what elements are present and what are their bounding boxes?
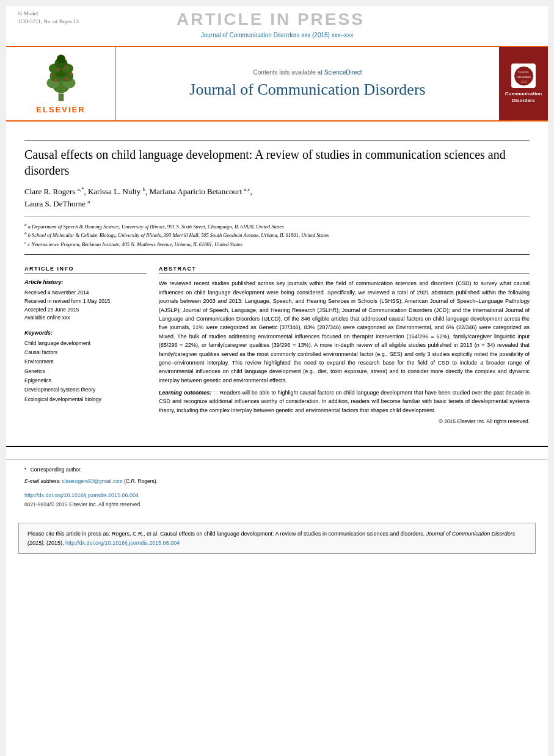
svg-point-15 [57, 68, 59, 71]
elsevier-label: ELSEVIER [36, 105, 85, 114]
citation-prefix: Please cite this article in press as: Ro… [27, 531, 426, 537]
corresponding-note: * Corresponding author. [24, 466, 530, 474]
affiliation-c: c c Neuroscience Program, Beckman Instit… [24, 239, 530, 249]
abstract-body: We reviewed recent studies published acr… [159, 279, 530, 385]
article-content: Causal effects on child language develop… [6, 122, 548, 437]
doi-link[interactable]: http://dx.doi.org/10.1016/j.jcomdis.2015… [24, 492, 139, 498]
abstract-heading: ABSTRACT [159, 266, 530, 274]
journal-citation-line: Journal of Communication Disorders xxx (… [6, 29, 548, 41]
keyword-1: Child language development [24, 339, 147, 348]
journal-logo-right: Comm. Disorders JCD Communication Disord… [499, 47, 548, 120]
article-info-heading: ARTICLE INFO [24, 266, 147, 274]
issn-line: 0021-9924/© 2015 Elsevier Inc. All right… [24, 501, 530, 507]
abstract-paragraph1: We reviewed recent studies published acr… [159, 279, 530, 415]
bottom-section: * Corresponding author. E-mail address: … [6, 459, 548, 517]
bottom-divider [6, 446, 548, 447]
svg-point-12 [65, 78, 67, 80]
journal-title-main: Journal of Communication Disorders [189, 81, 425, 99]
citation-doi-link[interactable]: http://dx.doi.org/10.1016/j.jcomdis.2015… [65, 540, 180, 546]
svg-point-13 [50, 74, 53, 76]
journal-header: ELSEVIER Contents lists available at Sci… [6, 46, 548, 122]
revised-date: Received in revised form 1 May 2015 [24, 297, 147, 306]
content-divider [24, 254, 530, 255]
journal-title-section: Contents lists available at ScienceDirec… [116, 47, 499, 120]
article-in-press-banner: ARTICLE IN PRESS [79, 10, 462, 29]
email-address[interactable]: clarerogers93@gmail.com [62, 478, 122, 484]
citation-year: (2015), [46, 540, 64, 546]
star-symbol: * [24, 466, 26, 474]
page: G Model JCD-5711; No. of Pages 13 ARTICL… [6, 6, 548, 756]
right-column: ABSTRACT We reviewed recent studies publ… [159, 266, 530, 424]
elsevier-logo-section: ELSEVIER [6, 47, 116, 120]
email-suffix: (C.R. Rogers). [124, 478, 158, 484]
corresponding-label: Corresponding author. [31, 467, 82, 473]
elsevier-tree-icon [40, 53, 82, 102]
affiliation-b: b b School of Molecular & Cellular Biolo… [24, 230, 530, 239]
citation-text: Please cite this article in press as: Ro… [27, 529, 527, 547]
keyword-3: Environment [24, 357, 147, 366]
article-title: Causal effects on child language develop… [24, 147, 530, 178]
journal-logo-icon: Comm. Disorders JCD [511, 64, 536, 88]
header-banner: G Model JCD-5711; No. of Pages 13 ARTICL… [6, 6, 548, 29]
contents-label: Contents lists available at [253, 69, 323, 76]
affiliation-a: a a Department of Speech & Hearing Scien… [24, 222, 530, 231]
contents-line: Contents lists available at ScienceDirec… [253, 69, 362, 76]
available-date: Available online xxx [24, 314, 147, 322]
email-label: E-mail address: [24, 478, 62, 484]
left-column: ARTICLE INFO Article history: Received 4… [24, 266, 147, 424]
doi-section: http://dx.doi.org/10.1016/j.jcomdis.2015… [24, 490, 530, 500]
svg-point-10 [57, 54, 65, 63]
keyword-4: Genetics [24, 367, 147, 376]
svg-point-16 [64, 66, 67, 68]
learning-label: Learning outcomes: [159, 390, 211, 396]
two-col-layout: ARTICLE INFO Article history: Received 4… [24, 266, 530, 424]
journal-citation: Journal of Communication Disorders xxx (… [201, 32, 354, 38]
svg-text:Disorders: Disorders [516, 75, 531, 79]
model-line: G Model [18, 10, 79, 18]
journal-logo-right-text: Communication Disorders [505, 91, 542, 104]
authors-line: Clare R. Rogers a,*, Karissa L. Nulty b,… [24, 186, 530, 210]
affiliations: a a Department of Speech & Hearing Scien… [24, 216, 530, 249]
copyright-line: © 2015 Elsevier Inc. All rights reserved… [159, 418, 530, 424]
journal-code: JCD-5711; No. of Pages 13 [18, 18, 79, 26]
svg-text:JCD: JCD [520, 80, 527, 84]
keyword-7: Ecological developmental biology [24, 395, 147, 404]
email-line: E-mail address: clarerogers93@gmail.com … [24, 478, 530, 486]
svg-point-11 [54, 79, 57, 81]
svg-rect-0 [58, 93, 64, 101]
received-date: Received 4 November 2014 [24, 289, 147, 297]
citation-box: Please cite this article in press as: Ro… [18, 523, 536, 554]
keywords-label: Keywords: [24, 330, 147, 336]
accepted-date: Accepted 29 June 2015 [24, 306, 147, 314]
title-divider-top [24, 140, 530, 140]
journal-icon: Comm. Disorders JCD [513, 65, 534, 87]
keyword-6: Developmental systems theory [24, 385, 147, 394]
sciencedirect-link[interactable]: ScienceDirect [324, 69, 362, 76]
article-in-press-text: ARTICLE IN PRESS [85, 10, 456, 29]
history-label: Article history: [24, 279, 147, 285]
abstract-learning: Learning outcomes: : : Readers will be a… [159, 388, 530, 415]
keyword-2: Causal factors [24, 348, 147, 357]
header-left: G Model JCD-5711; No. of Pages 13 [18, 10, 79, 25]
keyword-5: Epigenetics [24, 376, 147, 385]
svg-point-14 [70, 73, 72, 75]
svg-text:Comm.: Comm. [517, 70, 530, 74]
